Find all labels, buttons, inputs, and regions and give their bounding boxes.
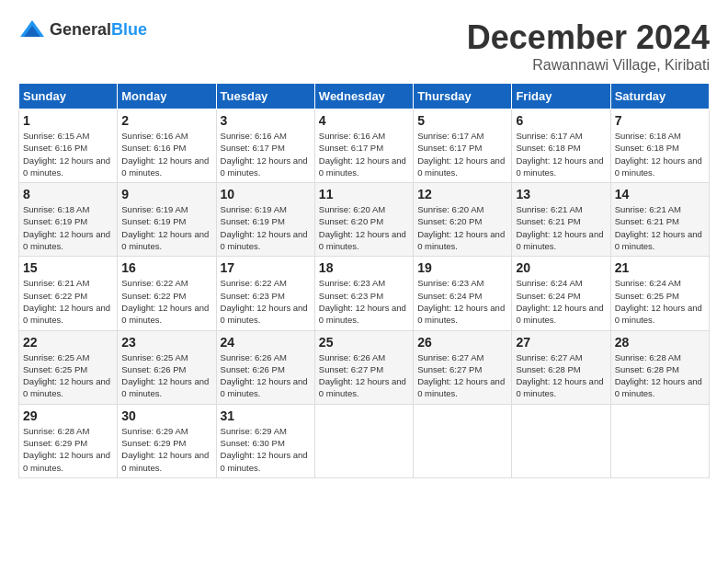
calendar-table: SundayMondayTuesdayWednesdayThursdayFrid…	[18, 83, 710, 478]
calendar-cell: 16Sunrise: 6:22 AMSunset: 6:22 PMDayligh…	[118, 257, 216, 330]
day-number: 6	[516, 113, 606, 128]
day-number: 7	[615, 113, 705, 128]
calendar-cell: 12Sunrise: 6:20 AMSunset: 6:20 PMDayligh…	[414, 183, 512, 257]
day-info: Sunrise: 6:25 AMSunset: 6:25 PMDaylight:…	[23, 351, 113, 400]
calendar-cell: 19Sunrise: 6:23 AMSunset: 6:24 PMDayligh…	[414, 257, 512, 330]
day-number: 21	[615, 260, 705, 275]
calendar-header-tuesday: Tuesday	[216, 84, 314, 109]
day-info: Sunrise: 6:29 AMSunset: 6:29 PMDaylight:…	[121, 425, 211, 474]
calendar-header-sunday: Sunday	[19, 84, 118, 109]
day-info: Sunrise: 6:19 AMSunset: 6:19 PMDaylight:…	[221, 203, 311, 252]
calendar-cell: 13Sunrise: 6:21 AMSunset: 6:21 PMDayligh…	[512, 183, 610, 257]
day-number: 4	[319, 113, 409, 128]
day-info: Sunrise: 6:23 AMSunset: 6:24 PMDaylight:…	[417, 277, 507, 326]
day-info: Sunrise: 6:22 AMSunset: 6:22 PMDaylight:…	[121, 277, 211, 326]
calendar-week-4: 22Sunrise: 6:25 AMSunset: 6:25 PMDayligh…	[19, 330, 710, 404]
day-number: 22	[23, 335, 113, 350]
day-info: Sunrise: 6:19 AMSunset: 6:19 PMDaylight:…	[121, 203, 211, 252]
calendar-cell: 24Sunrise: 6:26 AMSunset: 6:26 PMDayligh…	[216, 330, 314, 404]
day-number: 16	[121, 260, 211, 275]
calendar-header-wednesday: Wednesday	[314, 84, 413, 109]
day-info: Sunrise: 6:21 AMSunset: 6:21 PMDaylight:…	[516, 203, 606, 252]
calendar-cell: 9Sunrise: 6:19 AMSunset: 6:19 PMDaylight…	[118, 183, 216, 257]
day-number: 17	[221, 260, 311, 275]
calendar-cell: 22Sunrise: 6:25 AMSunset: 6:25 PMDayligh…	[19, 330, 118, 404]
day-number: 29	[23, 408, 113, 423]
month-title: December 2024	[467, 18, 710, 57]
day-number: 15	[23, 260, 113, 275]
day-number: 28	[615, 335, 705, 350]
calendar-cell	[512, 404, 610, 477]
calendar-header-row: SundayMondayTuesdayWednesdayThursdayFrid…	[19, 84, 710, 109]
day-info: Sunrise: 6:26 AMSunset: 6:26 PMDaylight:…	[221, 351, 311, 400]
calendar-header-saturday: Saturday	[610, 84, 709, 109]
day-info: Sunrise: 6:25 AMSunset: 6:26 PMDaylight:…	[121, 351, 211, 400]
day-info: Sunrise: 6:23 AMSunset: 6:23 PMDaylight:…	[319, 277, 409, 326]
calendar-week-1: 1Sunrise: 6:15 AMSunset: 6:16 PMDaylight…	[19, 109, 710, 183]
day-number: 12	[417, 187, 507, 201]
day-number: 2	[121, 113, 211, 128]
calendar-cell: 7Sunrise: 6:18 AMSunset: 6:18 PMDaylight…	[610, 109, 709, 183]
day-info: Sunrise: 6:28 AMSunset: 6:29 PMDaylight:…	[23, 425, 113, 474]
day-info: Sunrise: 6:16 AMSunset: 6:17 PMDaylight:…	[221, 130, 311, 178]
day-number: 24	[221, 335, 311, 350]
day-info: Sunrise: 6:22 AMSunset: 6:23 PMDaylight:…	[221, 277, 311, 326]
day-info: Sunrise: 6:16 AMSunset: 6:17 PMDaylight:…	[319, 130, 409, 178]
calendar-cell: 28Sunrise: 6:28 AMSunset: 6:28 PMDayligh…	[610, 330, 709, 404]
calendar-cell: 31Sunrise: 6:29 AMSunset: 6:30 PMDayligh…	[216, 404, 314, 477]
day-number: 25	[319, 335, 409, 350]
day-info: Sunrise: 6:16 AMSunset: 6:16 PMDaylight:…	[121, 130, 211, 178]
calendar-cell: 23Sunrise: 6:25 AMSunset: 6:26 PMDayligh…	[118, 330, 216, 404]
calendar-cell: 25Sunrise: 6:26 AMSunset: 6:27 PMDayligh…	[314, 330, 413, 404]
calendar-cell: 6Sunrise: 6:17 AMSunset: 6:18 PMDaylight…	[512, 109, 610, 183]
day-number: 18	[319, 260, 409, 275]
calendar-body: 1Sunrise: 6:15 AMSunset: 6:16 PMDaylight…	[19, 109, 710, 478]
logo-text-blue: Blue	[111, 20, 147, 39]
calendar-cell: 30Sunrise: 6:29 AMSunset: 6:29 PMDayligh…	[118, 404, 216, 477]
day-number: 13	[516, 187, 606, 201]
day-number: 23	[121, 335, 211, 350]
calendar-cell: 21Sunrise: 6:24 AMSunset: 6:25 PMDayligh…	[610, 257, 709, 330]
day-number: 31	[221, 408, 311, 423]
day-number: 9	[121, 187, 211, 201]
calendar-cell: 29Sunrise: 6:28 AMSunset: 6:29 PMDayligh…	[19, 404, 118, 477]
day-info: Sunrise: 6:29 AMSunset: 6:30 PMDaylight:…	[221, 425, 311, 474]
day-number: 14	[615, 187, 705, 201]
day-info: Sunrise: 6:15 AMSunset: 6:16 PMDaylight:…	[23, 130, 113, 178]
calendar-cell: 20Sunrise: 6:24 AMSunset: 6:24 PMDayligh…	[512, 257, 610, 330]
calendar-header-friday: Friday	[512, 84, 610, 109]
calendar-cell: 8Sunrise: 6:18 AMSunset: 6:19 PMDaylight…	[19, 183, 118, 257]
calendar-cell: 10Sunrise: 6:19 AMSunset: 6:19 PMDayligh…	[216, 183, 314, 257]
day-number: 30	[121, 408, 211, 423]
calendar-cell	[610, 404, 709, 477]
day-info: Sunrise: 6:24 AMSunset: 6:24 PMDaylight:…	[516, 277, 606, 326]
calendar-cell: 26Sunrise: 6:27 AMSunset: 6:27 PMDayligh…	[414, 330, 512, 404]
title-area: December 2024 Rawannawi Village, Kiribat…	[467, 18, 710, 74]
logo-icon	[18, 18, 46, 40]
day-info: Sunrise: 6:18 AMSunset: 6:19 PMDaylight:…	[23, 203, 113, 252]
logo: GeneralBlue	[18, 18, 147, 40]
day-number: 8	[23, 187, 113, 201]
day-number: 26	[417, 335, 507, 350]
day-info: Sunrise: 6:27 AMSunset: 6:27 PMDaylight:…	[417, 351, 507, 400]
day-number: 1	[23, 113, 113, 128]
day-info: Sunrise: 6:21 AMSunset: 6:22 PMDaylight:…	[23, 277, 113, 326]
calendar-cell: 2Sunrise: 6:16 AMSunset: 6:16 PMDaylight…	[118, 109, 216, 183]
calendar-week-2: 8Sunrise: 6:18 AMSunset: 6:19 PMDaylight…	[19, 183, 710, 257]
day-number: 11	[319, 187, 409, 201]
logo-text-general: General	[50, 20, 111, 39]
calendar-cell: 14Sunrise: 6:21 AMSunset: 6:21 PMDayligh…	[610, 183, 709, 257]
calendar-week-5: 29Sunrise: 6:28 AMSunset: 6:29 PMDayligh…	[19, 404, 710, 477]
calendar-cell: 15Sunrise: 6:21 AMSunset: 6:22 PMDayligh…	[19, 257, 118, 330]
calendar-cell: 1Sunrise: 6:15 AMSunset: 6:16 PMDaylight…	[19, 109, 118, 183]
day-number: 5	[417, 113, 507, 128]
day-info: Sunrise: 6:28 AMSunset: 6:28 PMDaylight:…	[615, 351, 705, 400]
calendar-cell: 27Sunrise: 6:27 AMSunset: 6:28 PMDayligh…	[512, 330, 610, 404]
calendar-header-thursday: Thursday	[414, 84, 512, 109]
day-info: Sunrise: 6:20 AMSunset: 6:20 PMDaylight:…	[319, 203, 409, 252]
day-info: Sunrise: 6:17 AMSunset: 6:17 PMDaylight:…	[417, 130, 507, 178]
day-number: 20	[516, 260, 606, 275]
day-info: Sunrise: 6:21 AMSunset: 6:21 PMDaylight:…	[615, 203, 705, 252]
day-info: Sunrise: 6:26 AMSunset: 6:27 PMDaylight:…	[319, 351, 409, 400]
day-number: 19	[417, 260, 507, 275]
